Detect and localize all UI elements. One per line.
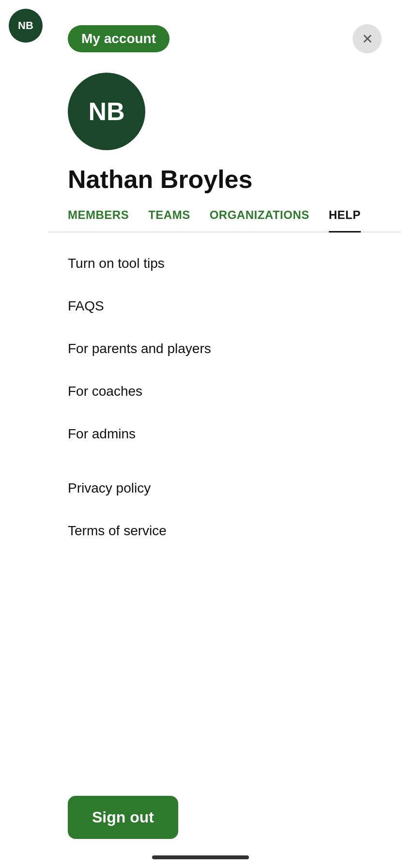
account-drawer: My account ✕ NB Nathan Broyles MEMBERS T… (48, 0, 401, 868)
menu-item-faqs-label: FAQS (68, 298, 104, 314)
tab-organizations-label: ORGANIZATIONS (210, 208, 309, 221)
avatar-initials: NB (88, 97, 124, 126)
tabs-container: MEMBERS TEAMS ORGANIZATIONS HELP (48, 199, 401, 232)
tab-teams[interactable]: TEAMS (148, 199, 190, 232)
menu-item-coaches[interactable]: For coaches (48, 370, 401, 413)
close-icon: ✕ (362, 31, 373, 47)
sign-out-button[interactable]: Sign out (68, 796, 178, 839)
menu-section: Turn on tool tips FAQS For parents and p… (48, 232, 401, 781)
status-avatar-initials: NB (18, 19, 33, 32)
tab-organizations[interactable]: ORGANIZATIONS (210, 199, 309, 232)
menu-item-parents-players[interactable]: For parents and players (48, 327, 401, 370)
menu-item-admins-label: For admins (68, 426, 136, 442)
avatar-section: NB (48, 63, 401, 155)
large-avatar: NB (68, 73, 145, 150)
menu-item-tooltips[interactable]: Turn on tool tips (48, 242, 401, 285)
menu-item-terms[interactable]: Terms of service (48, 510, 401, 552)
status-avatar[interactable]: NB (9, 9, 43, 43)
menu-item-tooltips-label: Turn on tool tips (68, 256, 165, 271)
user-name: Nathan Broyles (48, 155, 401, 199)
tab-teams-label: TEAMS (148, 208, 190, 221)
bg-sidebar (0, 0, 53, 868)
menu-divider (48, 455, 401, 467)
menu-item-coaches-label: For coaches (68, 384, 142, 399)
home-indicator (152, 855, 249, 859)
tab-members-label: MEMBERS (68, 208, 129, 221)
menu-item-admins[interactable]: For admins (48, 413, 401, 455)
menu-item-parents-players-label: For parents and players (68, 341, 211, 356)
close-button[interactable]: ✕ (353, 24, 382, 53)
drawer-header: My account ✕ (48, 0, 401, 63)
menu-item-privacy[interactable]: Privacy policy (48, 467, 401, 510)
tab-help[interactable]: HELP (329, 199, 361, 232)
tab-help-label: HELP (329, 208, 361, 221)
my-account-badge: My account (68, 25, 170, 52)
menu-item-terms-label: Terms of service (68, 523, 167, 539)
menu-item-privacy-label: Privacy policy (68, 480, 151, 496)
tab-members[interactable]: MEMBERS (68, 199, 129, 232)
menu-item-faqs[interactable]: FAQS (48, 285, 401, 327)
